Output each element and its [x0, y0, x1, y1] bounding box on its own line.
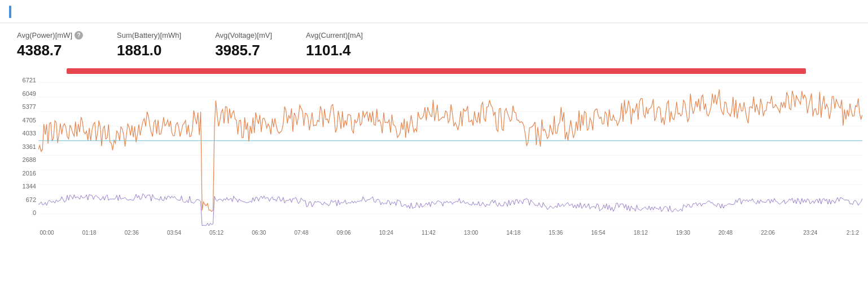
- y-tick-8: 1344: [17, 183, 38, 190]
- metric-value-2: 3985.7: [215, 42, 272, 59]
- x-tick-5: 06:30: [251, 230, 268, 236]
- x-tick-19: 2:1:2: [844, 230, 861, 236]
- x-tick-17: 22:06: [760, 230, 777, 236]
- metric-value-1: 1881.0: [117, 42, 181, 59]
- x-tick-0: 00:00: [38, 230, 55, 236]
- y-tick-3: 4705: [17, 117, 38, 124]
- metric-value-0: 4388.7: [17, 42, 83, 59]
- y-tick-1: 6049: [17, 91, 38, 97]
- y-tick-6: 2688: [17, 157, 38, 163]
- metrics-row: Avg(Power)[mW]?4388.7Sum(Battery)[mWh]18…: [0, 23, 868, 65]
- x-tick-4: 05:12: [208, 230, 225, 236]
- metric-item-1: Sum(Battery)[mWh]1881.0: [117, 31, 181, 59]
- page-header: [0, 0, 868, 23]
- chart-svg: [38, 76, 862, 229]
- purple-series: [38, 194, 862, 226]
- chart-area: 6721604953774705403333612688201613446720: [6, 76, 862, 229]
- metric-label-2: Avg(Voltage)[mV]: [215, 31, 272, 39]
- y-tick-0: 6721: [17, 77, 38, 84]
- y-tick-5: 3361: [17, 144, 38, 150]
- x-tick-1: 01:18: [81, 230, 98, 236]
- header-accent-bar: [9, 6, 11, 18]
- x-tick-13: 16:54: [590, 230, 607, 236]
- y-tick-7: 2016: [17, 170, 38, 177]
- x-tick-9: 11:42: [420, 230, 437, 236]
- chart-outer: 6721604953774705403333612688201613446720…: [6, 68, 862, 254]
- metric-label-3: Avg(Current)[mA]: [306, 31, 363, 39]
- x-tick-18: 23:24: [802, 230, 819, 236]
- x-tick-14: 18:12: [632, 230, 649, 236]
- x-axis-ticks: 00:0001:1802:3603:5405:1206:3007:4809:06…: [38, 229, 861, 236]
- metric-item-3: Avg(Current)[mA]1101.4: [306, 31, 363, 59]
- y-axis-label: [6, 76, 17, 229]
- y-tick-10: 0: [17, 210, 38, 216]
- x-tick-16: 20:48: [717, 230, 734, 236]
- x-tick-15: 19:30: [674, 230, 691, 236]
- chart-section: 6721604953774705403333612688201613446720…: [0, 65, 868, 254]
- y-tick-2: 5377: [17, 104, 38, 110]
- orange-series: [38, 89, 862, 211]
- x-tick-8: 10:24: [378, 230, 394, 236]
- x-tick-7: 09:06: [335, 230, 352, 236]
- x-tick-11: 14:18: [505, 230, 522, 236]
- metric-help-icon-0[interactable]: ?: [74, 31, 83, 39]
- metric-item-2: Avg(Voltage)[mV]3985.7: [215, 31, 272, 59]
- y-axis-ticks: 6721604953774705403333612688201613446720: [17, 76, 38, 229]
- chart-plot: [38, 76, 862, 229]
- metric-label-0: Avg(Power)[mW]?: [17, 31, 83, 39]
- chart-legend-bar[interactable]: [67, 68, 806, 74]
- x-tick-6: 07:48: [293, 230, 310, 236]
- metric-label-1: Sum(Battery)[mWh]: [117, 31, 181, 39]
- metric-item-0: Avg(Power)[mW]?4388.7: [17, 31, 83, 59]
- y-tick-9: 672: [17, 197, 38, 203]
- y-tick-4: 4033: [17, 130, 38, 137]
- metric-value-3: 1101.4: [306, 42, 363, 59]
- x-tick-12: 15:36: [547, 230, 564, 236]
- x-tick-3: 03:54: [165, 230, 182, 236]
- x-tick-2: 02:36: [123, 230, 140, 236]
- x-tick-10: 13:00: [463, 230, 480, 236]
- grid-lines: [38, 82, 862, 229]
